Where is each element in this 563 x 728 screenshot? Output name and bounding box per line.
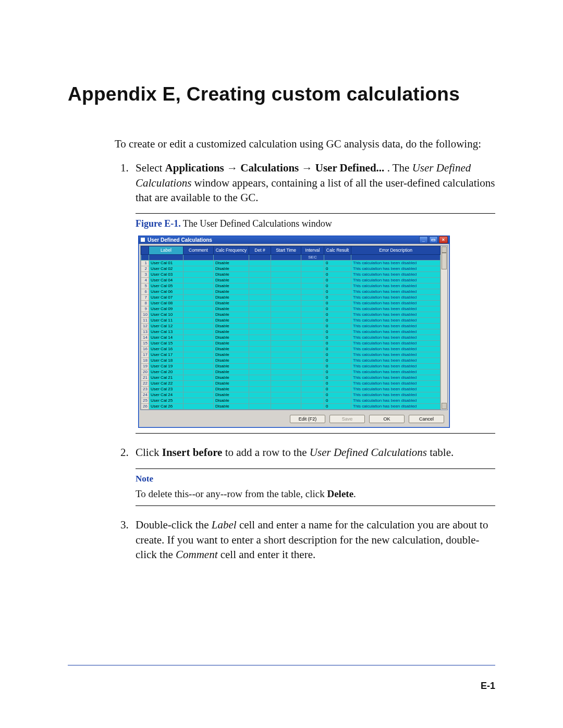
- cell-det[interactable]: [249, 375, 271, 381]
- table-row[interactable]: 6User Cal 06Disable0This calculation has…: [141, 289, 440, 295]
- cell-starttime[interactable]: [271, 318, 301, 324]
- cell-label[interactable]: User Cal 20: [149, 369, 183, 375]
- cell-calcfreq[interactable]: Disable: [214, 324, 249, 329]
- cell-comment[interactable]: [183, 398, 214, 404]
- cell-calcfreq[interactable]: Disable: [214, 301, 249, 306]
- cell-result[interactable]: 0: [324, 364, 351, 369]
- cell-calcfreq[interactable]: Disable: [214, 289, 249, 295]
- table-row[interactable]: 15User Cal 15Disable0This calculation ha…: [141, 341, 440, 347]
- cell-error[interactable]: This calculation has been disabled: [351, 335, 440, 341]
- cell-result[interactable]: 0: [324, 329, 351, 335]
- cell-calcfreq[interactable]: Disable: [214, 404, 249, 410]
- cell-interval[interactable]: [301, 387, 324, 392]
- cell-calcfreq[interactable]: Disable: [214, 329, 249, 335]
- cell-starttime[interactable]: [271, 329, 301, 335]
- cell-comment[interactable]: [183, 289, 214, 295]
- cell-label[interactable]: User Cal 14: [149, 335, 183, 341]
- cell-result[interactable]: 0: [324, 266, 351, 272]
- cell-label[interactable]: User Cal 16: [149, 347, 183, 352]
- cell-result[interactable]: 0: [324, 261, 351, 266]
- table-row[interactable]: 19User Cal 19Disable0This calculation ha…: [141, 364, 440, 369]
- cell-label[interactable]: User Cal 12: [149, 324, 183, 329]
- cell-starttime[interactable]: [271, 295, 301, 301]
- cell-label[interactable]: User Cal 04: [149, 278, 183, 283]
- cell-error[interactable]: This calculation has been disabled: [351, 278, 440, 283]
- close-button[interactable]: ×: [439, 236, 448, 243]
- cell-error[interactable]: This calculation has been disabled: [351, 392, 440, 398]
- cell-result[interactable]: 0: [324, 369, 351, 375]
- cell-interval[interactable]: [301, 347, 324, 352]
- maximize-button[interactable]: ▭: [429, 236, 438, 243]
- cell-calcfreq[interactable]: Disable: [214, 272, 249, 278]
- table-row[interactable]: 20User Cal 20Disable0This calculation ha…: [141, 369, 440, 375]
- cell-label[interactable]: User Cal 19: [149, 364, 183, 369]
- cell-calcfreq[interactable]: Disable: [214, 312, 249, 318]
- cell-interval[interactable]: [301, 381, 324, 387]
- cell-calcfreq[interactable]: Disable: [214, 381, 249, 387]
- cell-label[interactable]: User Cal 01: [149, 261, 183, 266]
- cell-det[interactable]: [249, 369, 271, 375]
- cell-interval[interactable]: [301, 398, 324, 404]
- cell-calcfreq[interactable]: Disable: [214, 295, 249, 301]
- cell-error[interactable]: This calculation has been disabled: [351, 352, 440, 358]
- cell-starttime[interactable]: [271, 369, 301, 375]
- cell-calcfreq[interactable]: Disable: [214, 266, 249, 272]
- cell-error[interactable]: This calculation has been disabled: [351, 404, 440, 410]
- cancel-button[interactable]: Cancel: [409, 415, 444, 423]
- cell-det[interactable]: [249, 341, 271, 347]
- table-row[interactable]: 7User Cal 07Disable0This calculation has…: [141, 295, 440, 301]
- cell-starttime[interactable]: [271, 301, 301, 306]
- cell-error[interactable]: This calculation has been disabled: [351, 364, 440, 369]
- cell-label[interactable]: User Cal 26: [149, 404, 183, 410]
- cell-starttime[interactable]: [271, 404, 301, 410]
- cell-interval[interactable]: [301, 283, 324, 289]
- cell-result[interactable]: 0: [324, 272, 351, 278]
- cell-error[interactable]: This calculation has been disabled: [351, 329, 440, 335]
- cell-result[interactable]: 0: [324, 283, 351, 289]
- cell-det[interactable]: [249, 301, 271, 306]
- cell-det[interactable]: [249, 387, 271, 392]
- table-row[interactable]: 22User Cal 22Disable0This calculation ha…: [141, 381, 440, 387]
- cell-interval[interactable]: [301, 375, 324, 381]
- cell-label[interactable]: User Cal 25: [149, 398, 183, 404]
- table-body[interactable]: 1User Cal 01Disable0This calculation has…: [141, 261, 440, 410]
- cell-starttime[interactable]: [271, 341, 301, 347]
- calculations-table[interactable]: Label Comment Calc Frequency Det # Start…: [141, 246, 440, 410]
- cell-starttime[interactable]: [271, 306, 301, 312]
- cell-det[interactable]: [249, 352, 271, 358]
- table-row[interactable]: 18User Cal 18Disable0This calculation ha…: [141, 358, 440, 364]
- cell-result[interactable]: 0: [324, 352, 351, 358]
- cell-det[interactable]: [249, 312, 271, 318]
- cell-interval[interactable]: [301, 312, 324, 318]
- cell-calcfreq[interactable]: Disable: [214, 358, 249, 364]
- cell-starttime[interactable]: [271, 261, 301, 266]
- cell-det[interactable]: [249, 404, 271, 410]
- table-row[interactable]: 14User Cal 14Disable0This calculation ha…: [141, 335, 440, 341]
- cell-result[interactable]: 0: [324, 324, 351, 329]
- cell-calcfreq[interactable]: Disable: [214, 341, 249, 347]
- cell-result[interactable]: 0: [324, 306, 351, 312]
- cell-error[interactable]: This calculation has been disabled: [351, 295, 440, 301]
- cell-starttime[interactable]: [271, 289, 301, 295]
- cell-comment[interactable]: [183, 306, 214, 312]
- cell-comment[interactable]: [183, 301, 214, 306]
- save-button[interactable]: Save: [329, 415, 365, 423]
- col-comment[interactable]: Comment: [183, 246, 214, 254]
- edit-button[interactable]: Edit (F2): [290, 415, 325, 423]
- cell-comment[interactable]: [183, 404, 214, 410]
- cell-error[interactable]: This calculation has been disabled: [351, 312, 440, 318]
- cell-interval[interactable]: [301, 272, 324, 278]
- cell-error[interactable]: This calculation has been disabled: [351, 283, 440, 289]
- cell-det[interactable]: [249, 318, 271, 324]
- cell-det[interactable]: [249, 306, 271, 312]
- cell-error[interactable]: This calculation has been disabled: [351, 272, 440, 278]
- cell-comment[interactable]: [183, 295, 214, 301]
- ok-button[interactable]: OK: [369, 415, 405, 423]
- table-row[interactable]: 25User Cal 25Disable0This calculation ha…: [141, 398, 440, 404]
- table-row[interactable]: 2User Cal 02Disable0This calculation has…: [141, 266, 440, 272]
- cell-label[interactable]: User Cal 22: [149, 381, 183, 387]
- cell-result[interactable]: 0: [324, 375, 351, 381]
- cell-calcfreq[interactable]: Disable: [214, 392, 249, 398]
- cell-comment[interactable]: [183, 369, 214, 375]
- table-row[interactable]: 13User Cal 13Disable0This calculation ha…: [141, 329, 440, 335]
